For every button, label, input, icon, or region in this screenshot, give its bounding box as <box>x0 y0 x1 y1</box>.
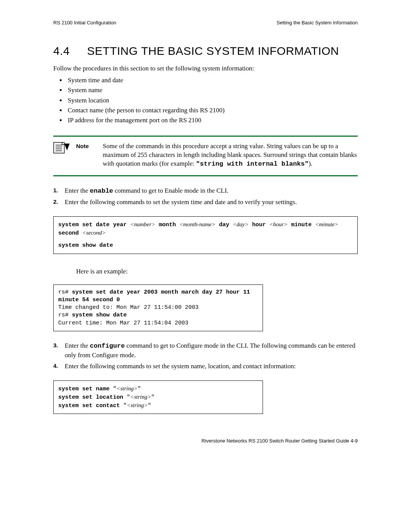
cb1-p4: <hour> <box>269 221 288 227</box>
procedure-steps-a: Enter the enable command to get to Enabl… <box>53 186 358 207</box>
cb3-line2: system set location "<string>" <box>58 393 258 401</box>
bullet-item: IP address for the management port on th… <box>66 115 358 125</box>
intro-text: Follow the procedures in this section to… <box>53 64 358 73</box>
header-left: RS 2100 Initial Configuration <box>53 20 116 26</box>
bullet-item: Contact name (the person to contact rega… <box>66 105 358 115</box>
cb3-line3: system set contact "<string>" <box>58 401 258 410</box>
step1-pre: Enter the <box>65 187 90 194</box>
step-2: Enter the following commands to set the … <box>65 198 358 207</box>
info-bullet-list: System time and date System name System … <box>53 75 358 126</box>
cb2-line2: Time changed to: Mon Mar 27 11:54:00 200… <box>58 304 258 312</box>
note-icon-column <box>53 142 76 169</box>
note-callout: Note Some of the commands in this proced… <box>53 136 358 177</box>
cb2-l1-prompt: rs# <box>58 289 72 296</box>
section-heading: 4.4 SETTING THE BASIC SYSTEM INFORMATION <box>53 45 358 58</box>
cb1-line2: system show date <box>58 242 113 249</box>
bullet-item: System name <box>66 85 358 95</box>
step4-text: Enter the following commands to set the … <box>65 363 296 370</box>
section-title: SETTING THE BASIC SYSTEM INFORMATION <box>87 45 339 57</box>
running-header: RS 2100 Initial Configuration Setting th… <box>53 20 358 26</box>
page-content: RS 2100 Initial Configuration Setting th… <box>53 20 358 414</box>
cb3-l1-q2: " <box>137 386 141 392</box>
note-icon <box>53 142 70 157</box>
cb1-p5: <minute> <box>315 221 338 227</box>
step3-pre: Enter the <box>65 342 90 349</box>
cb3-l1-q1: " <box>110 386 116 392</box>
cb1-k5: minute <box>291 222 312 228</box>
cb1-p2: <month-name> <box>179 221 215 227</box>
cb3-l2-q2: " <box>151 394 155 401</box>
cb3-l1-cmd: system set name <box>58 386 110 392</box>
cb3-l2-str: <string> <box>130 394 151 400</box>
cb2-line1: rs# system set date year 2003 month marc… <box>58 289 258 304</box>
example-output-box: rs# system set date year 2003 month marc… <box>53 284 263 331</box>
cb1-k6: second <box>58 230 79 236</box>
footer-text: Riverstone Networks RS 2100 Switch Route… <box>202 438 358 444</box>
step-3: Enter the configure command to get to Co… <box>65 341 358 360</box>
section-number: 4.4 <box>53 45 84 58</box>
cb2-l3-prompt: rs# <box>58 312 72 318</box>
note-label: Note <box>76 142 103 169</box>
svg-rect-0 <box>54 142 64 153</box>
cb3-l3-q1: " <box>120 403 127 409</box>
cb1-p6: <second> <box>82 230 106 236</box>
cb1-k4: hour <box>252 222 266 228</box>
cb3-l3-q2: " <box>148 403 151 409</box>
procedure-steps-b: Enter the configure command to get to Co… <box>53 341 358 371</box>
step2-text: Enter the following commands to set the … <box>65 198 297 206</box>
bullet-item: System location <box>66 96 358 105</box>
cb1-p3: <day> <box>233 221 249 227</box>
svg-marker-5 <box>64 144 70 150</box>
step1-command: enable <box>90 187 113 195</box>
step3-command: configure <box>90 342 125 350</box>
step1-post: command to get to Enable mode in the CLI… <box>113 187 228 194</box>
cb2-l1-cmd: system set date year 2003 month march da… <box>58 289 250 303</box>
step-4: Enter the following commands to set the … <box>65 362 358 371</box>
cb1-k3: day <box>219 222 229 228</box>
cb3-line1: system set name "<string>" <box>58 385 258 393</box>
cb3-l1-str: <string> <box>116 385 137 391</box>
note-text: Some of the commands in this procedure a… <box>103 142 358 169</box>
cb3-l3-str: <string> <box>127 402 148 408</box>
cb1-k2: month <box>159 222 176 228</box>
command-syntax-box-1: system set date year <number> month <mon… <box>53 216 358 254</box>
cb1-p1: <number> <box>130 221 155 227</box>
cb1-k1: system set date year <box>58 222 127 228</box>
header-right: Setting the Basic System Information <box>277 20 358 26</box>
cb3-l2-cmd: system set location <box>58 394 123 401</box>
cb2-line3: rs# system show date <box>58 312 258 319</box>
cb3-l2-q1: " <box>123 394 130 401</box>
step-1: Enter the enable command to get to Enabl… <box>65 186 358 196</box>
bullet-item: System time and date <box>66 75 358 85</box>
cb2-l3-cmd: system show date <box>72 312 127 318</box>
cb2-line4: Current time: Mon Mar 27 11:54:04 2003 <box>58 320 258 327</box>
example-label: Here is an example: <box>76 268 358 275</box>
note-code-example: "string with internal blanks" <box>196 160 309 168</box>
note-text-post: ). <box>309 160 312 167</box>
command-syntax-box-2: system set name "<string>" system set lo… <box>53 380 263 414</box>
page-footer: Riverstone Networks RS 2100 Switch Route… <box>53 438 358 444</box>
cb3-l3-cmd: system set contact <box>58 403 120 409</box>
